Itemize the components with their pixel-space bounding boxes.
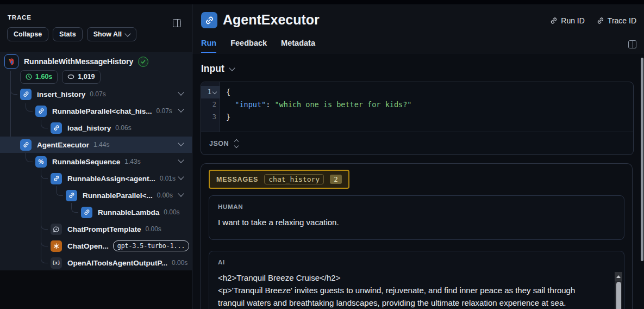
trace-node-duration: 0.00s [164, 208, 179, 216]
trace-sidebar: TRACE Collapse Stats Show All [0, 4, 192, 309]
variable-tag: chat_history [264, 174, 324, 184]
trace-row-runnable-assign[interactable]: RunnableAssign<agent... 0.01s [0, 170, 192, 187]
message-scrollbar[interactable] [615, 272, 622, 309]
token-count-badge: 1,019 [62, 70, 100, 84]
chevron-down-icon[interactable] [178, 106, 184, 112]
chevron-down-icon[interactable] [178, 89, 184, 95]
message-role-label: HUMAN [209, 196, 624, 210]
trace-node-duration: 1.43s [124, 158, 140, 165]
show-all-dropdown[interactable]: Show All [87, 27, 136, 41]
line-number: 3 [201, 111, 220, 123]
code-line: } [220, 111, 230, 123]
chain-link-icon [20, 89, 32, 100]
format-toggle-icon[interactable] [235, 140, 238, 147]
line-number: 2 [201, 98, 220, 111]
format-selector[interactable]: JSON [209, 140, 229, 147]
trace-tree: RunnableWithMessageHistory 1.60s 1,019 i… [0, 52, 192, 270]
trace-node-label: insert_history [37, 90, 85, 98]
trace-id-button[interactable]: Trace ID [597, 16, 636, 25]
link-icon [550, 17, 558, 24]
trace-node-duration: 0.07s [156, 107, 172, 115]
chain-link-icon [66, 190, 77, 201]
tab-run[interactable]: Run [201, 39, 216, 54]
trace-node-duration: 0.06s [115, 124, 131, 132]
chain-link-icon [51, 122, 62, 134]
message-role-label: AI [209, 251, 624, 265]
trace-node-label: RunnableParallel<... [83, 191, 153, 200]
message-text: I want to take a relaxing vacation. [209, 210, 624, 237]
trace-row-root[interactable]: RunnableWithMessageHistory [0, 53, 192, 70]
token-oval-icon [67, 74, 74, 79]
human-message-card: HUMAN I want to take a relaxing vacation… [209, 195, 624, 240]
line-number: 1 [201, 86, 220, 98]
tab-feedback[interactable]: Feedback [230, 39, 267, 54]
trace-node-label: RunnableSequence [52, 158, 120, 166]
latency-badge: 1.60s [20, 70, 58, 84]
chevron-down-icon[interactable] [178, 190, 184, 196]
chevron-down-icon[interactable] [178, 174, 184, 180]
openai-icon [51, 240, 62, 252]
scroll-up-button[interactable] [615, 272, 622, 281]
trace-row-chat-openai[interactable]: ChatOpen... gpt-3.5-turbo-1... 1.41s [0, 238, 192, 254]
chevron-down-icon[interactable] [178, 157, 184, 163]
link-icon [597, 17, 604, 24]
stats-button[interactable]: Stats [53, 27, 83, 41]
trace-node-label: load_history [67, 124, 111, 132]
trace-row-runnable-lambda[interactable]: RunnableLambda 0.00s [0, 204, 192, 220]
chevron-down-icon[interactable] [178, 140, 184, 146]
chain-link-icon [20, 139, 32, 151]
trace-row-agent-executor[interactable]: AgentExecutor 1.44s [0, 137, 192, 153]
trace-node-duration: 1.44s [93, 141, 109, 149]
trace-row-runnable-parallel-chat[interactable]: RunnableParallel<chat_his... 0.07s [0, 103, 192, 119]
trace-node-label: RunnableWithMessageHistory [24, 57, 133, 66]
clock-icon [26, 73, 32, 80]
input-json-editor[interactable]: 1 { 2 "input": "which one is better for … [201, 82, 634, 155]
fold-chevron-icon[interactable] [212, 89, 217, 94]
messages-highlight-box[interactable]: MESSAGES chat_history 2 [209, 170, 349, 189]
code-line: "input": "which one is better for kids?" [220, 98, 411, 111]
run-content: Input 1 { 2 "input": "which one is bette… [192, 53, 644, 309]
chain-link-icon [35, 106, 47, 117]
scrollbar-thumb[interactable] [616, 282, 621, 309]
trace-toolbar: Collapse Stats Show All [7, 27, 136, 41]
trace-row-insert-history[interactable]: insert_history 0.07s [0, 86, 192, 102]
parrot-icon [4, 54, 18, 69]
trace-row-runnable-sequence[interactable]: % RunnableSequence 1.43s [0, 153, 192, 170]
main-scrollbar[interactable] [641, 54, 643, 309]
trace-row-load-history[interactable]: load_history 0.06s [0, 120, 192, 136]
collapse-button[interactable]: Collapse [7, 27, 48, 41]
trace-node-label: ChatOpen... [67, 242, 109, 250]
message-count-badge: 2 [330, 175, 342, 184]
triangle-up-icon [616, 275, 621, 278]
chain-link-icon [81, 207, 92, 218]
input-section-heading[interactable]: Input [201, 63, 234, 75]
trace-node-duration: 0.00s [146, 225, 161, 233]
run-id-button[interactable]: Run ID [550, 16, 585, 25]
side-panel-toggle-icon[interactable] [628, 40, 636, 48]
scrollbar-thumb[interactable] [641, 58, 643, 261]
trace-node-label: RunnableLambda [98, 208, 159, 217]
page-title: AgentExecutor [223, 12, 320, 28]
window-top-strip [0, 0, 644, 4]
editor-footer: JSON [201, 132, 633, 154]
messages-label: MESSAGES [216, 176, 258, 183]
message-text: <h2>Tranquil Breeze Cruise</h2> <p>'Tran… [209, 265, 624, 309]
tab-metadata[interactable]: Metadata [281, 39, 315, 54]
code-area: 1 { 2 "input": "which one is better for … [201, 82, 633, 132]
trace-node-duration: 0.00s [157, 191, 173, 199]
trace-node-label: RunnableAssign<agent... [67, 175, 155, 183]
trace-row-output-parser[interactable]: {x} OpenAIToolsAgentOutputP... 0.00s [0, 255, 192, 271]
run-detail-panel: AgentExecutor Run ID Trace ID Run Feedba… [192, 4, 644, 309]
messages-panel: MESSAGES chat_history 2 HUMAN I want to … [201, 163, 633, 309]
model-tag: gpt-3.5-turbo-1... [113, 240, 190, 251]
trace-row-runnable-parallel[interactable]: RunnableParallel<... 0.00s [0, 187, 192, 203]
run-tabs: Run Feedback Metadata [201, 39, 315, 54]
trace-row-chat-prompt-template[interactable]: ChatPromptTemplate 0.00s [0, 221, 192, 237]
parser-braces-icon: {x} [51, 257, 62, 269]
sequence-icon: % [35, 156, 47, 168]
chain-link-icon [51, 173, 62, 184]
trace-node-label: RunnableParallel<chat_his... [52, 107, 152, 115]
trace-node-label: AgentExecutor [37, 141, 89, 149]
trace-node-duration: 0.00s [172, 259, 187, 267]
sidebar-toggle-icon[interactable] [173, 19, 181, 27]
